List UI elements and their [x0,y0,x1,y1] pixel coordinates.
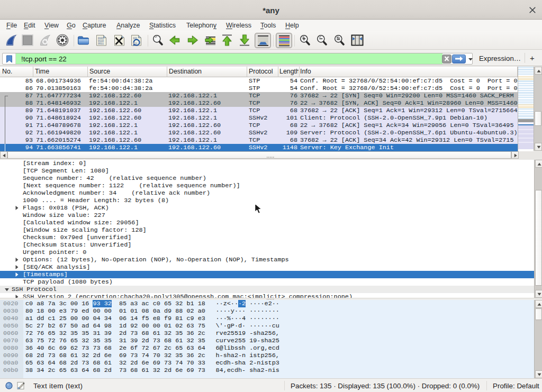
svg-text:0011: 0011 [98,42,104,45]
